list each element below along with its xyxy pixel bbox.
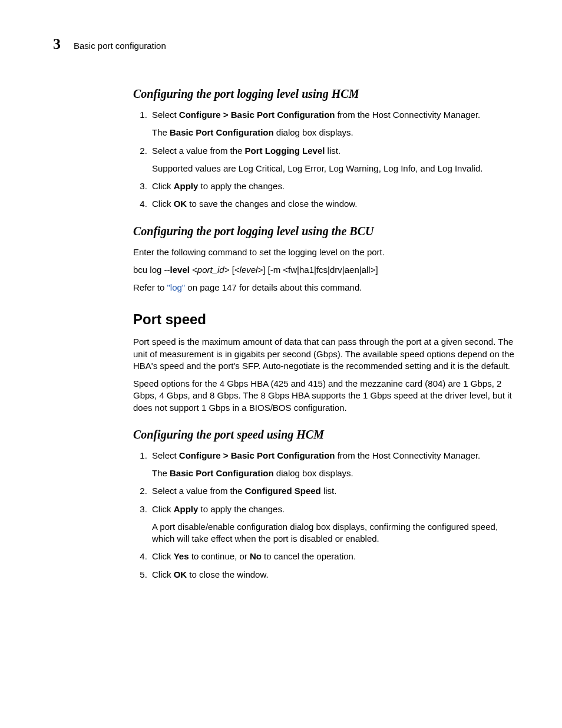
steps-logging-hcm: Select Configure > Basic Port Configurat… <box>133 109 515 210</box>
chapter-number: 3 <box>53 35 61 53</box>
list-item: Click OK to save the changes and close t… <box>150 198 515 210</box>
heading-port-speed-hcm: Configuring the port speed using HCM <box>133 428 515 442</box>
command-line: bcu log --level <port_id> [<level>] [-m … <box>133 264 515 276</box>
heading-logging-hcm: Configuring the port logging level using… <box>133 87 515 101</box>
step-text: Select Configure > Basic Port Configurat… <box>152 110 480 120</box>
page: 3 Basic port configuration Configuring t… <box>0 0 562 634</box>
paragraph: Enter the following command to set the l… <box>133 246 515 258</box>
list-item: Click Apply to apply the changes. <box>150 180 515 192</box>
page-content: Configuring the port logging level using… <box>133 87 515 581</box>
step-text: Click Apply to apply the changes. <box>152 181 285 191</box>
step-sub: A port disable/enable configuration dial… <box>152 521 515 545</box>
page-header: 3 Basic port configuration <box>53 35 515 53</box>
heading-logging-bcu: Configuring the port logging level using… <box>133 225 515 238</box>
list-item: Click Yes to continue, or No to cancel t… <box>150 551 515 562</box>
list-item: Select a value from the Port Logging Lev… <box>150 145 515 175</box>
heading-port-speed: Port speed <box>133 311 515 328</box>
step-text: Click OK to save the changes and close t… <box>152 199 358 209</box>
list-item: Click Apply to apply the changes. A port… <box>150 503 515 545</box>
list-item: Select Configure > Basic Port Configurat… <box>150 450 515 480</box>
paragraph: Speed options for the 4 Gbps HBA (425 an… <box>133 378 515 414</box>
paragraph: Refer to "log" on page 147 for details a… <box>133 282 515 294</box>
step-sub: Supported values are Log Critical, Log E… <box>152 163 515 174</box>
list-item: Select Configure > Basic Port Configurat… <box>150 109 515 139</box>
step-text: Select a value from the Configured Speed… <box>152 486 336 496</box>
step-text: Select Configure > Basic Port Configurat… <box>152 450 480 460</box>
step-text: Select a value from the Port Logging Lev… <box>152 146 340 156</box>
chapter-title: Basic port configuration <box>74 41 166 51</box>
paragraph: Port speed is the maximum amount of data… <box>133 336 515 372</box>
step-text: Click Yes to continue, or No to cancel t… <box>152 551 356 561</box>
step-text: Click Apply to apply the changes. <box>152 504 285 514</box>
link-log[interactable]: "log" <box>167 282 186 292</box>
step-sub: The Basic Port Configuration dialog box … <box>152 127 515 139</box>
step-sub: The Basic Port Configuration dialog box … <box>152 467 515 479</box>
steps-port-speed-hcm: Select Configure > Basic Port Configurat… <box>133 450 515 581</box>
list-item: Click OK to close the window. <box>150 569 515 581</box>
list-item: Select a value from the Configured Speed… <box>150 485 515 497</box>
step-text: Click OK to close the window. <box>152 569 269 579</box>
